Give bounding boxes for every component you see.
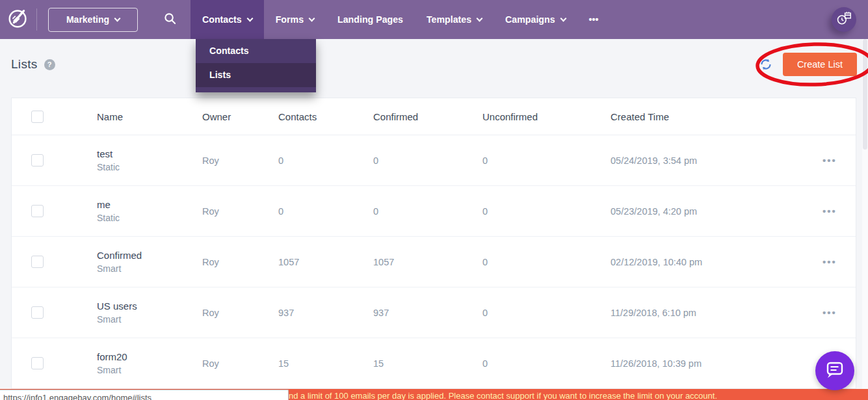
list-type: Smart — [97, 313, 202, 327]
created-time-cell: 11/26/2018, 10:39 pm — [611, 358, 804, 369]
unconfirmed-cell: 0 — [482, 358, 611, 369]
menu-item-label: Contacts — [209, 46, 249, 56]
confirmed-cell: 1057 — [373, 257, 482, 267]
unconfirmed-cell: 0 — [482, 155, 611, 166]
main-nav: Contacts Forms Landing Pages Templates C… — [191, 0, 610, 39]
created-time-cell: 05/23/2019, 4:20 pm — [611, 206, 804, 217]
notice-text: nd a limit of 100 emails per day is appl… — [289, 391, 717, 400]
appointments-button[interactable] — [832, 7, 856, 32]
navbar-divider — [36, 8, 37, 31]
nav-item-contacts[interactable]: Contacts — [191, 0, 264, 39]
created-time-cell: 11/29/2018, 6:10 pm — [611, 308, 804, 318]
menu-item-contacts[interactable]: Contacts — [196, 39, 316, 63]
owner-cell: Roy — [202, 206, 278, 217]
owner-cell: Roy — [202, 308, 278, 318]
nav-item-label: ••• — [589, 14, 599, 25]
nav-item-more[interactable]: ••• — [577, 0, 611, 39]
chevron-down-icon — [477, 16, 483, 22]
contacts-cell: 1057 — [278, 257, 373, 267]
contacts-cell: 0 — [278, 155, 373, 166]
unconfirmed-cell: 0 — [482, 206, 611, 217]
table-row: test Static Roy 0 0 0 05/24/2019, 3:54 p… — [12, 135, 856, 186]
list-name[interactable]: test — [97, 147, 202, 161]
column-header-confirmed[interactable]: Confirmed — [373, 111, 482, 122]
list-type: Static — [97, 161, 202, 174]
nav-item-landing-pages[interactable]: Landing Pages — [326, 0, 415, 39]
status-url: https://info1.engagebay.com/home#lists — [3, 393, 151, 400]
unconfirmed-cell: 0 — [482, 308, 611, 318]
select-all-checkbox[interactable] — [31, 111, 44, 123]
nav-item-label: Templates — [427, 14, 471, 25]
refresh-icon — [759, 63, 772, 73]
confirmed-cell: 0 — [373, 155, 482, 166]
engagebay-logo[interactable] — [0, 6, 36, 33]
owner-cell: Roy — [202, 155, 278, 166]
page-title: Lists — [11, 57, 38, 72]
row-menu-button[interactable]: ••• — [804, 307, 856, 318]
list-type: Smart — [97, 262, 202, 276]
chevron-down-icon — [114, 16, 121, 22]
nav-item-campaigns[interactable]: Campaigns — [493, 0, 577, 39]
column-header-contacts[interactable]: Contacts — [278, 111, 373, 122]
scrollbar[interactable] — [862, 39, 868, 389]
contacts-cell: 0 — [278, 206, 373, 217]
unconfirmed-cell: 0 — [482, 257, 611, 267]
create-list-button[interactable]: Create List — [783, 53, 857, 76]
list-name[interactable]: Confirmed — [97, 248, 202, 262]
list-name[interactable]: US users — [97, 299, 202, 313]
list-type: Static — [97, 211, 202, 225]
menu-item-lists[interactable]: Lists — [196, 63, 316, 87]
list-name[interactable]: form20 — [97, 350, 202, 364]
contacts-cell: 15 — [278, 358, 373, 369]
created-time-cell: 02/12/2019, 10:40 pm — [611, 257, 804, 267]
engagebay-logo-icon — [6, 6, 31, 33]
chevron-down-icon — [560, 16, 566, 22]
row-menu-button[interactable]: ••• — [804, 155, 856, 166]
table-row: US users Smart Roy 937 937 0 11/29/2018,… — [12, 287, 856, 338]
menu-item-label: Lists — [209, 70, 231, 80]
column-header-created-time[interactable]: Created Time — [611, 111, 804, 122]
chevron-down-icon — [246, 16, 253, 22]
help-icon[interactable]: ? — [44, 59, 55, 70]
nav-item-label: Contacts — [202, 14, 242, 25]
created-time-cell: 05/24/2019, 3:54 pm — [611, 155, 804, 166]
row-menu-button[interactable]: ••• — [804, 256, 856, 267]
product-switcher-label: Marketing — [66, 14, 109, 25]
row-checkbox[interactable] — [31, 154, 44, 167]
top-navbar: Marketing Contacts Forms Landing Pages T… — [0, 0, 868, 39]
table-row: Confirmed Smart Roy 1057 1057 0 02/12/20… — [12, 237, 856, 287]
column-header-owner[interactable]: Owner — [202, 111, 278, 122]
nav-item-label: Forms — [276, 14, 304, 25]
page-header: Lists ? Create List — [11, 49, 857, 80]
row-checkbox[interactable] — [31, 256, 44, 268]
chat-bubble-icon — [824, 359, 846, 383]
table-row: me Static Roy 0 0 0 05/23/2019, 4:20 pm … — [12, 186, 856, 237]
confirmed-cell: 937 — [373, 308, 482, 318]
confirmed-cell: 0 — [373, 206, 482, 217]
nav-item-label: Landing Pages — [337, 14, 403, 25]
contacts-dropdown-menu: Contacts Lists — [196, 39, 316, 92]
table-header-row: Name Owner Contacts Confirmed Unconfirme… — [12, 98, 856, 135]
nav-item-templates[interactable]: Templates — [415, 0, 493, 39]
product-switcher-button[interactable]: Marketing — [48, 8, 138, 32]
table-body: test Static Roy 0 0 0 05/24/2019, 3:54 p… — [12, 135, 856, 389]
lists-table: Name Owner Contacts Confirmed Unconfirme… — [11, 98, 856, 389]
chat-button[interactable] — [815, 351, 854, 390]
contacts-cell: 937 — [278, 308, 373, 318]
row-checkbox[interactable] — [31, 205, 44, 217]
column-header-name[interactable]: Name — [97, 111, 202, 122]
row-menu-button[interactable]: ••• — [804, 206, 856, 217]
row-checkbox[interactable] — [31, 306, 44, 319]
owner-cell: Roy — [202, 257, 278, 267]
search-button[interactable] — [164, 12, 176, 27]
clock-calendar-icon — [834, 8, 854, 31]
chevron-down-icon — [309, 16, 315, 22]
refresh-button[interactable] — [759, 58, 772, 71]
row-checkbox[interactable] — [31, 357, 44, 369]
column-header-unconfirmed[interactable]: Unconfirmed — [482, 111, 611, 122]
browser-status-bar: https://info1.engagebay.com/home#lists — [0, 390, 289, 400]
nav-item-forms[interactable]: Forms — [264, 0, 326, 39]
scrollbar-thumb[interactable] — [863, 39, 867, 150]
list-name[interactable]: me — [97, 198, 202, 211]
nav-item-label: Campaigns — [505, 14, 555, 25]
